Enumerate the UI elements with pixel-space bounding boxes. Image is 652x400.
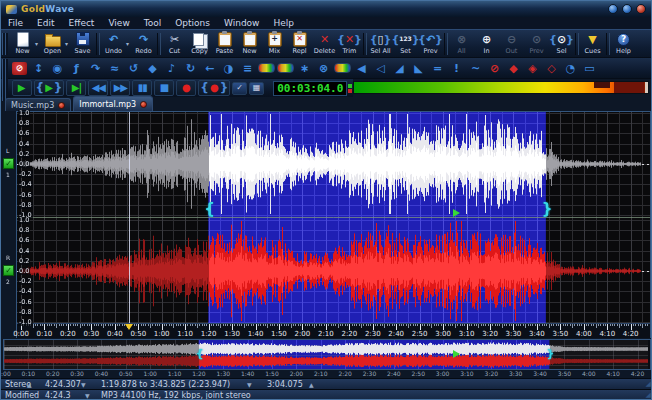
effect-device-controls-icon[interactable]: ◉ — [48, 59, 67, 77]
toolbar-repl-button[interactable]: ✕Repl — [287, 31, 312, 58]
transport-visuals-button[interactable]: ▦ — [249, 82, 264, 95]
effect-offset-icon[interactable]: ← — [200, 59, 219, 77]
selection-end-handle[interactable]: } — [542, 202, 553, 217]
effect-interpolate-icon[interactable]: ∗ — [295, 59, 314, 77]
toolbar-save-button[interactable]: Save — [70, 31, 95, 58]
transport-play-button[interactable]: ▶ — [12, 80, 32, 96]
menu-edit[interactable]: Edit — [30, 17, 61, 29]
toolbar-in-button[interactable]: ⊕In — [474, 31, 499, 58]
transport-play-all-button[interactable]: ▶| — [66, 80, 86, 96]
toolbar-set-button[interactable]: {123}Set — [393, 31, 418, 58]
transport-play-selection-button[interactable]: ▶ — [34, 80, 65, 96]
time-axis[interactable]: 0:000:100:200:300:400:501:001:101:201:30… — [17, 323, 650, 338]
menu-file[interactable]: File — [1, 17, 30, 29]
effect-equalizer-icon[interactable]: ≡ — [238, 59, 257, 77]
toolbar-label: Undo — [105, 48, 122, 55]
toolbar-sel-button[interactable]: {⊙}Sel — [549, 31, 574, 58]
tab-music-mp3[interactable]: Music.mp3 — [5, 98, 71, 111]
toolbar-delete-button[interactable]: ✕Delete — [312, 31, 337, 58]
transport-fast-forward-button[interactable]: ▶▶ — [110, 80, 130, 96]
effect-pitch-icon[interactable]: ♪ — [162, 59, 181, 77]
effect-doppler-icon[interactable]: ↷ — [86, 59, 105, 77]
overview-selection-end-handle[interactable]: } — [546, 348, 554, 359]
effect-shape-volume-icon[interactable]: ~ — [466, 59, 485, 77]
tab-close-icon[interactable] — [58, 102, 65, 109]
menu-window[interactable]: Window — [217, 17, 267, 29]
toolbar-label: Set — [400, 48, 411, 55]
toolbar-prev-button[interactable]: {↶}Prev — [418, 31, 443, 58]
toolbar-paste-button[interactable]: Paste — [212, 31, 237, 58]
effect-timer-icon[interactable]: ◔ — [561, 59, 580, 77]
effect-mechanize-icon[interactable]: ◆ — [143, 59, 162, 77]
waveform-canvas[interactable] — [17, 112, 650, 323]
cut-icon: ✂ — [170, 31, 179, 47]
effect-fade-in-icon[interactable]: ◢ — [390, 59, 409, 77]
effect-fade-out-icon[interactable]: ◣ — [409, 59, 428, 77]
selection-start-handle[interactable]: { — [204, 202, 215, 217]
status-length-short[interactable]: 4:24.3 — [45, 390, 71, 400]
menu-effect[interactable]: Effect — [62, 17, 102, 29]
effect-playback-device-icon[interactable]: ◀ — [352, 59, 371, 77]
effect-reverse-icon[interactable]: ↻ — [181, 59, 200, 77]
transport-monitor-button[interactable]: ✓ — [232, 82, 247, 95]
close-button[interactable] — [636, 4, 646, 14]
transport-rewind-button[interactable]: ◀◀ — [88, 80, 108, 96]
amplitude-tick: -0.6 — [18, 299, 33, 306]
toolbar-undo-button[interactable]: ↶Undo — [101, 31, 126, 58]
effect-stereo-pan-icon[interactable]: ◈ — [523, 59, 542, 77]
transport-stop-button[interactable]: ■ — [154, 80, 174, 96]
menu-help[interactable]: Help — [266, 17, 301, 29]
title-bar[interactable]: GoldWave — [1, 1, 651, 17]
resize-grip-icon[interactable]: ◢ — [646, 390, 651, 400]
toolbar-new-button[interactable]: New — [10, 31, 35, 58]
playback-marker-icon[interactable] — [453, 209, 460, 217]
tab-close-icon[interactable] — [140, 101, 147, 108]
effect-noise-reduction-icon[interactable]: ⊗ — [314, 59, 333, 77]
effect-filter-icon[interactable]: ≈ — [105, 59, 124, 77]
overview-tick-label: 1:50 — [265, 371, 278, 377]
toolbar-sel-all-button[interactable]: {▯}Sel All — [368, 31, 393, 58]
transport-record-button[interactable]: ● — [176, 80, 196, 96]
effect-spectrum-icon[interactable] — [257, 59, 276, 77]
time-tick-label: 2:10 — [318, 331, 334, 338]
menu-tool[interactable]: Tool — [137, 17, 168, 29]
menu-view[interactable]: View — [101, 17, 136, 29]
channel-right-checkbox[interactable]: ✓ — [3, 265, 14, 276]
toolbar-all-button[interactable]: ⊗All — [449, 31, 474, 58]
effect-disable-gadgets-icon[interactable]: ⊘ — [10, 59, 29, 77]
channel-left-checkbox[interactable]: ✓ — [3, 158, 14, 169]
effect-maximize-volume-icon[interactable]: ! — [447, 59, 466, 77]
effect-match-volume-icon[interactable]: = — [428, 59, 447, 77]
effect-comment-icon[interactable]: ▭ — [580, 59, 599, 77]
effect-flange-icon[interactable]: ↺ — [124, 59, 143, 77]
effect-spectrogram-icon[interactable] — [276, 59, 295, 77]
tab-immortal-mp3[interactable]: Immortal.mp3 — [73, 96, 153, 111]
effect-expression-evaluator-icon[interactable]: ƒ — [67, 59, 86, 77]
menu-options[interactable]: Options — [168, 17, 217, 29]
toolbar-out-button[interactable]: ⊖Out — [499, 31, 524, 58]
transport-pause-button[interactable]: ▮▮ — [132, 80, 152, 96]
effect-pan-icon[interactable]: ◑ — [219, 59, 238, 77]
toolbar-prev-button[interactable]: ⊙Prev — [524, 31, 549, 58]
effect-silence-icon[interactable]: ⊘ — [485, 59, 504, 77]
toolbar-cut-button[interactable]: ✂Cut — [162, 31, 187, 58]
effect-stereo-swap-icon[interactable]: ◇ — [542, 59, 561, 77]
effect-expand-shrink-icon[interactable]: ↕ — [29, 59, 48, 77]
length-short-dropdown-icon[interactable]: ▼ — [85, 390, 90, 400]
toolbar-mix-button[interactable]: +Mix — [262, 31, 287, 58]
toolbar-trim-button[interactable]: {✕}Trim — [337, 31, 362, 58]
toolbar-help-button[interactable]: ?Help — [611, 31, 636, 58]
effect-spectrum-filter-icon[interactable] — [333, 59, 352, 77]
toolbar-open-button[interactable]: Open — [40, 31, 65, 58]
effect-volume-icon[interactable]: ◁ — [371, 59, 390, 77]
effect-stereo-left-icon[interactable]: ◆ — [504, 59, 523, 77]
toolbar-new-button[interactable]: ▫New — [237, 31, 262, 58]
toolbar-redo-button[interactable]: ↷Redo — [131, 31, 156, 58]
maximize-button[interactable] — [622, 4, 632, 14]
transport-record-selection-button[interactable]: ● — [198, 80, 230, 96]
cue-marker-icon[interactable] — [125, 324, 133, 330]
toolbar-copy-button[interactable]: Copy — [187, 31, 212, 58]
minimize-button[interactable] — [608, 4, 618, 14]
overview-selection-start-handle[interactable]: { — [196, 348, 204, 359]
toolbar-cues-button[interactable]: ▼Cues — [580, 31, 605, 58]
